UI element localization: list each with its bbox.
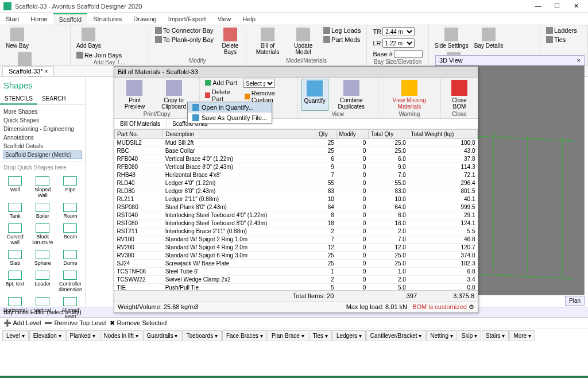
bay-details-button[interactable]: Bay Details bbox=[472, 26, 506, 50]
view-missing-materials-button[interactable]: View Missing Materials bbox=[382, 79, 437, 111]
shape-horizontal[interactable]: Horizontal bbox=[2, 296, 28, 320]
save-as-quantify-file-item[interactable]: Save As Quantify File... bbox=[188, 113, 272, 123]
add-part-button[interactable]: Add Part bbox=[203, 79, 241, 87]
bom-col-header[interactable]: Total Qty bbox=[368, 130, 408, 139]
base-input[interactable] bbox=[394, 50, 423, 58]
bay-col-cantilever-bracket[interactable]: Cantilever/Bracket ▾ bbox=[366, 330, 425, 341]
bom-row[interactable]: SJ24Screwjack W/ Base Plate25025.0102.3 bbox=[115, 260, 478, 268]
delete-part-button[interactable]: Delete Part bbox=[203, 88, 241, 103]
shape-sphere[interactable]: Sphere bbox=[30, 249, 55, 267]
new-bay-button[interactable]: New Bay bbox=[3, 26, 31, 50]
bom-col-header[interactable]: Total Weight (kg) bbox=[408, 130, 478, 139]
shape-boiler[interactable]: Boiler bbox=[30, 202, 55, 220]
tb-select[interactable]: 2.44 m bbox=[382, 27, 415, 36]
close-button[interactable]: ✕ bbox=[567, 1, 585, 12]
rejoin-bays-button[interactable]: Re-Join Bays bbox=[74, 51, 124, 59]
part-mods-button[interactable]: Part Mods bbox=[321, 36, 363, 44]
bay-col-elevation[interactable]: Elevation ▾ bbox=[29, 330, 65, 341]
bom-row[interactable]: RLD40Ledger 4'0" (1.22m)55055.0296.4 bbox=[115, 179, 478, 187]
shape-controller-dimension[interactable]: Controller dimension bbox=[57, 269, 83, 294]
delete-bays-button[interactable]: Delete Bays bbox=[218, 26, 242, 56]
remove-top-level-button[interactable]: ➖ Remove Top Level bbox=[44, 319, 106, 327]
bay-col-planked[interactable]: Planked ▾ bbox=[66, 330, 99, 341]
ladders-button[interactable]: Ladders bbox=[544, 26, 584, 34]
to-plank-only-bay-button[interactable]: To Plank-only Bay bbox=[153, 36, 216, 44]
bay-col-ties[interactable]: Ties ▾ bbox=[309, 330, 332, 341]
print-preview-button[interactable]: Print Preview bbox=[118, 79, 152, 111]
add-level-button[interactable]: ➕ Add Level bbox=[3, 319, 41, 327]
bom-row[interactable]: RST040Interlocking Steel Toeboard 4'0" (… bbox=[115, 211, 478, 219]
shape-tank[interactable]: Tank bbox=[2, 202, 28, 220]
shape-wall[interactable]: Wall bbox=[2, 175, 28, 199]
menu-tab-view[interactable]: View bbox=[212, 14, 237, 24]
bom-row[interactable]: RST211Interlocking Brace 2'11" (0.88m)20… bbox=[115, 227, 478, 236]
minimize-button[interactable]: — bbox=[529, 0, 547, 11]
bay-col-toeboards[interactable]: Toeboards ▾ bbox=[182, 330, 221, 341]
stencils-tab[interactable]: STENCILS bbox=[0, 94, 37, 105]
bay-col-guardrails[interactable]: Guardrails ▾ bbox=[143, 330, 182, 341]
bom-row[interactable]: RSP080Steel Plank 8'0" (2.43m)64064.0999… bbox=[115, 203, 478, 211]
stencil-item[interactable]: More Shapes bbox=[3, 107, 82, 116]
shape-beam[interactable]: Beam bbox=[57, 222, 83, 246]
shape-slab[interactable]: Slab bbox=[2, 249, 28, 267]
shape-curved-wall[interactable]: Curved wall bbox=[2, 222, 28, 246]
shape-block-structure[interactable]: Block Structure bbox=[30, 222, 55, 246]
menu-tab-home[interactable]: Home bbox=[25, 14, 53, 24]
bom-row[interactable]: RHB48Horizontal Brace 4'x8'707.072.1 bbox=[115, 171, 478, 179]
add-bays-button[interactable]: Add Bays bbox=[74, 26, 103, 50]
shape-pipe[interactable]: Pipe bbox=[57, 175, 83, 199]
side-settings-button[interactable]: Side Settings bbox=[432, 26, 471, 50]
menu-tab-help[interactable]: Help bbox=[237, 14, 261, 24]
select-part-dropdown[interactable]: Select part bbox=[243, 79, 275, 88]
menu-tab-drawing[interactable]: Drawing bbox=[127, 14, 162, 24]
bom-row[interactable]: TCSWW22Swivel Wedge Clamp 2x2202.03.4 bbox=[115, 276, 478, 284]
stencil-item[interactable]: Dimensioning - Engineering bbox=[3, 125, 82, 133]
document-tab[interactable]: Scaffold-33* × bbox=[2, 66, 54, 76]
bay-col-face-braces[interactable]: Face Braces ▾ bbox=[222, 330, 267, 341]
bay-col-level[interactable]: Level ▾ bbox=[2, 330, 29, 341]
lr-select[interactable]: 1.22 m bbox=[382, 38, 415, 48]
menu-tab-structures[interactable]: Structures bbox=[87, 14, 127, 24]
quantify-button[interactable]: Quantify bbox=[301, 79, 328, 111]
shape-aligned-even[interactable]: Aligned even bbox=[57, 296, 83, 320]
shape-sloped-wall[interactable]: Sloped Wall bbox=[30, 175, 55, 199]
bay-col-skip[interactable]: Skip ▾ bbox=[458, 330, 481, 341]
bom-row[interactable]: TIEPush/Pull Tie505.00.0 bbox=[115, 284, 478, 291]
bom-col-header[interactable]: Qty bbox=[316, 130, 336, 139]
shape-vertical[interactable]: Vertical bbox=[30, 296, 55, 320]
bom-table[interactable]: Part No.DescriptionQtyModifyTotal QtyTot… bbox=[114, 129, 478, 290]
menu-tab-scaffold[interactable]: Scaffold bbox=[53, 13, 88, 25]
view-3d-close-icon[interactable]: × bbox=[577, 57, 581, 64]
shape-room[interactable]: Room bbox=[57, 202, 83, 220]
stencil-item[interactable]: Scaffold Designer (Metric) bbox=[3, 151, 82, 159]
bay-col-plan-brace[interactable]: Plan Brace ▾ bbox=[268, 330, 308, 341]
maximize-button[interactable]: ☐ bbox=[548, 1, 566, 12]
bom-row[interactable]: RL211Ledger 2'11" (0.88m)10010.040.1 bbox=[115, 195, 478, 203]
bom-row[interactable]: RFB040Vertical Brace 4'0" (1.22m)606.037… bbox=[115, 155, 478, 163]
bom-col-header[interactable]: Part No. bbox=[115, 130, 163, 139]
remove-selected-button[interactable]: ✖ Remove Selected bbox=[110, 319, 167, 327]
stencil-item[interactable]: Scaffold Details bbox=[3, 142, 82, 151]
bay-col-more[interactable]: More ▾ bbox=[509, 330, 535, 341]
shape-dome[interactable]: Dome bbox=[57, 249, 83, 267]
bom-row[interactable]: RFB080Vertical Brace 8'0" (2.43m)909.011… bbox=[115, 163, 478, 171]
bom-row[interactable]: RST080Interlocking Steel Toeboard 8'0" (… bbox=[115, 219, 478, 227]
bom-row[interactable]: TCSTNF06Steel Tube 6'101.06.8 bbox=[115, 268, 478, 276]
bom-row[interactable]: RV300Standard W/ Spigot 6 Ring 3.0m25025… bbox=[115, 252, 478, 260]
bom-row[interactable]: RV200Standard W/ Spigot 4 Ring 2.0m12012… bbox=[115, 244, 478, 252]
bom-row[interactable]: MUDSIL2Mud Sill 2ft25025.0100.0 bbox=[115, 139, 478, 147]
bom-row[interactable]: RV100Standard W/ Spigot 2 Ring 1.0m707.0… bbox=[115, 236, 478, 244]
stencil-item[interactable]: Quick Shapes bbox=[3, 116, 82, 125]
shape-leader[interactable]: Leader bbox=[30, 269, 55, 294]
stencil-item[interactable]: Annotations bbox=[3, 133, 82, 142]
bom-col-header[interactable]: Modify bbox=[336, 130, 368, 139]
bay-col-netting[interactable]: Netting ▾ bbox=[426, 330, 457, 341]
bay-col-ledgers[interactable]: Ledgers ▾ bbox=[332, 330, 366, 341]
update-model-button[interactable]: Update Model bbox=[287, 26, 320, 56]
to-connector-bay-button[interactable]: To Connector Bay bbox=[153, 26, 216, 34]
bay-col-nodes-in-lift[interactable]: Nodes in lift ▾ bbox=[100, 330, 142, 341]
canvas-tab-plan[interactable]: Plan bbox=[565, 296, 585, 306]
menu-tab-import/export[interactable]: Import/Export bbox=[163, 14, 212, 24]
shape-a[interactable]: 8pt. text bbox=[2, 269, 28, 294]
bom-button[interactable]: Bill of Materials bbox=[250, 26, 285, 56]
